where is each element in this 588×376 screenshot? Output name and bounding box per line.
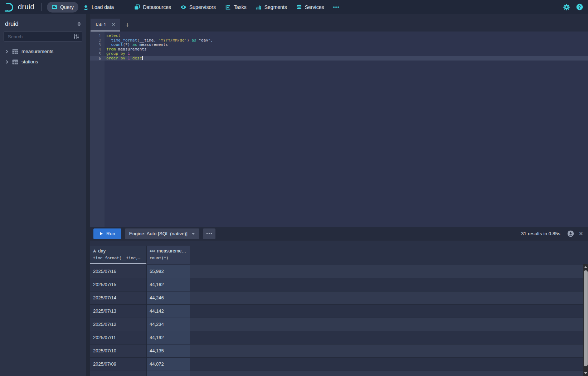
cell-measurements[interactable]: 44,246 — [147, 291, 190, 305]
double-caret-vertical-icon[interactable] — [77, 21, 81, 26]
results-vertical-scrollbar[interactable] — [583, 264, 588, 376]
top-navbar: druid QueryLoad dataDatasourcesSuperviso… — [0, 0, 588, 14]
code-line-2[interactable]: time_format(__time, 'YYYY/MM/dd') as "da… — [105, 38, 588, 43]
druid-logo-icon — [4, 2, 15, 12]
text-cursor — [142, 56, 143, 60]
column-expression: time_format(__time,… — [93, 256, 146, 260]
tree-item-measurements[interactable]: measurements — [0, 46, 86, 57]
token-plain: (*) — [123, 42, 132, 47]
cell-day[interactable]: 2025/07/10 — [90, 344, 147, 358]
new-tab-button[interactable]: + — [120, 19, 135, 32]
nav-item-datasources[interactable]: Datasources — [130, 2, 176, 13]
token-function: time_format — [111, 38, 137, 43]
token-function: count — [111, 42, 123, 47]
table-row[interactable]: 2025/07/0944,072 — [90, 358, 588, 371]
cell-day[interactable]: 2025/07/15 — [90, 278, 147, 291]
table-row[interactable]: 2025/07/1044,135 — [90, 344, 588, 358]
nav-item-supervisors[interactable]: Supervisors — [176, 2, 220, 13]
help-button[interactable]: ? — [576, 4, 583, 10]
settings-button[interactable] — [563, 4, 570, 11]
play-icon — [99, 232, 103, 236]
row-filler — [190, 305, 588, 318]
line-number: 6 — [90, 56, 105, 61]
results-count-label: 31 results in 0.85s — [521, 231, 560, 236]
cell-day[interactable]: 2025/07/13 — [90, 305, 147, 318]
nav-item-query[interactable]: Query — [47, 2, 78, 13]
results-table: Adaytime_format(__time,…123measureme…cou… — [90, 246, 588, 376]
row-filler — [190, 278, 588, 291]
cell-measurements[interactable]: 44,234 — [147, 318, 190, 331]
cell-day[interactable]: 2025/07/11 — [90, 331, 147, 344]
filter-sliders-icon[interactable] — [73, 34, 79, 39]
query-tab-tab-1[interactable]: Tab 1✕ — [91, 19, 120, 32]
cell-day[interactable]: 2025/07/12 — [90, 318, 147, 331]
navbar-more-button[interactable] — [329, 2, 344, 13]
tasks-icon — [225, 4, 231, 10]
cell-day[interactable]: 2025/07/16 — [90, 265, 147, 278]
tree-item-label: stations — [21, 59, 38, 64]
nav-item-label: Segments — [264, 4, 287, 10]
nav-item-load-data[interactable]: Load data — [78, 2, 118, 13]
load-data-icon — [83, 4, 89, 10]
nav-item-segments[interactable]: Segments — [251, 2, 292, 13]
chevron-right-icon[interactable] — [5, 49, 9, 54]
nav-item-services[interactable]: Services — [292, 2, 329, 13]
nav-item-label: Datasources — [143, 4, 171, 10]
table-row[interactable] — [90, 371, 588, 376]
column-header-measureme-[interactable]: 123measureme…count(*) — [147, 246, 190, 264]
column-expression: count(*) — [150, 256, 190, 260]
download-results-button[interactable] — [567, 230, 574, 237]
run-button[interactable]: Run — [93, 228, 121, 239]
code-line-3[interactable]: count(*) as measurements — [105, 43, 588, 47]
cell-day[interactable]: 2025/07/09 — [90, 358, 147, 371]
query-tabbar: Tab 1✕+ — [90, 14, 588, 32]
supervisors-icon — [180, 4, 186, 10]
cell-measurements[interactable]: 44,162 — [147, 278, 190, 291]
table-row[interactable]: 2025/07/1244,234 — [90, 318, 588, 331]
table-row[interactable]: 2025/07/1344,142 — [90, 305, 588, 318]
cell-measurements[interactable]: 44,135 — [147, 344, 190, 358]
scrollbar-up-arrow[interactable] — [583, 264, 588, 270]
scrollbar-thumb[interactable] — [584, 270, 588, 366]
scrollbar-down-arrow[interactable] — [583, 371, 588, 376]
run-button-label: Run — [106, 231, 115, 236]
tab-label: Tab 1 — [95, 22, 106, 27]
token-keyword: select — [106, 33, 121, 38]
table-row[interactable]: 2025/07/1544,162 — [90, 278, 588, 291]
help-icon: ? — [576, 4, 583, 10]
close-results-button[interactable]: ✕ — [578, 230, 584, 237]
tab-close-icon[interactable]: ✕ — [112, 22, 116, 27]
code-line-5[interactable]: group by 1 — [105, 52, 588, 56]
table-row[interactable]: 2025/07/1144,192 — [90, 331, 588, 344]
cell-measurements[interactable]: 44,072 — [147, 358, 190, 371]
cell-day[interactable]: 2025/07/14 — [90, 291, 147, 305]
results-panel: Adaytime_format(__time,…123measureme…cou… — [90, 241, 588, 376]
nav-item-tasks[interactable]: Tasks — [220, 2, 251, 13]
column-header-day[interactable]: Adaytime_format(__time,… — [90, 246, 147, 264]
sql-editor[interactable]: 123456 select time_format(__time, 'YYYY/… — [90, 32, 588, 227]
code-line-4[interactable]: from measurements — [105, 47, 588, 52]
line-number: 3 — [90, 43, 105, 47]
table-row[interactable]: 2025/07/1655,982 — [90, 265, 588, 278]
editor-code-area[interactable]: select time_format(__time, 'YYYY/MM/dd')… — [105, 32, 588, 227]
token-plain: (__time, — [137, 38, 159, 43]
cell-measurements[interactable]: 55,982 — [147, 265, 190, 278]
query-more-button[interactable] — [203, 228, 215, 239]
cell-day[interactable] — [90, 371, 147, 376]
engine-select[interactable]: Engine: Auto [SQL (native)] — [125, 228, 199, 239]
row-filler — [190, 344, 588, 358]
sidebar-resize-gap[interactable] — [86, 14, 90, 376]
engine-select-label: Engine: Auto [SQL (native)] — [129, 231, 188, 236]
cell-measurements[interactable]: 44,192 — [147, 331, 190, 344]
row-filler — [190, 331, 588, 344]
druid-brand[interactable]: druid — [4, 2, 36, 12]
cell-measurements[interactable] — [147, 371, 190, 376]
brand-wordmark: druid — [18, 3, 34, 11]
chevron-right-icon[interactable] — [5, 60, 9, 64]
token-plain — [106, 38, 111, 43]
tree-item-stations[interactable]: stations — [0, 57, 86, 67]
table-row[interactable]: 2025/07/1444,246 — [90, 291, 588, 305]
cell-measurements[interactable]: 44,142 — [147, 305, 190, 318]
code-line-6[interactable]: order by 1 desc — [105, 56, 588, 61]
search-input[interactable] — [7, 34, 71, 40]
